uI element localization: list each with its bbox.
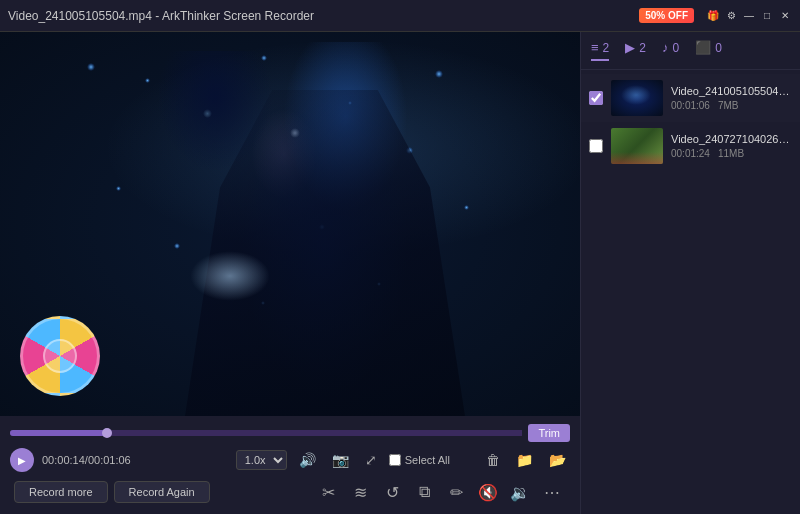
timeline-thumb[interactable] [102, 428, 112, 438]
promo-badge[interactable]: 50% OFF [639, 8, 694, 23]
tab-image-count: 0 [715, 41, 722, 55]
recording-duration-1: 00:01:06 [671, 100, 710, 111]
time-display: 00:00:14/00:01:06 [42, 454, 131, 466]
record-more-button[interactable]: Record more [14, 481, 108, 503]
tool-buttons: ✂ ≋ ↺ ⧉ ✏ 🔇 🔉 ⋯ [314, 478, 566, 506]
select-all-area: Select All [389, 454, 450, 466]
tab-music-icon: ♪ [662, 40, 669, 55]
select-all-label[interactable]: Select All [405, 454, 450, 466]
bottom-bar: Record more Record Again ✂ ≋ ↺ ⧉ ✏ 🔇 🔉 ⋯ [10, 478, 570, 506]
close-button[interactable]: ✕ [778, 9, 792, 23]
save-folder-button[interactable]: 📁 [512, 450, 537, 470]
recording-item-1[interactable]: Video_241005105504.mp4 00:01:06 7MB [581, 74, 800, 122]
tab-music-count: 0 [672, 41, 679, 55]
recording-checkbox-2[interactable] [589, 139, 603, 153]
open-folder-button[interactable]: 📂 [545, 450, 570, 470]
titlebar-controls: 50% OFF 🎁 ⚙ — □ ✕ [639, 8, 792, 23]
equalizer-tool[interactable]: ≋ [346, 478, 374, 506]
tab-play-count: 2 [639, 41, 646, 55]
tab-play-icon: ▶ [625, 40, 635, 55]
recording-info-2: Video_240727104026.mp4 00:01:24 11MB [671, 133, 792, 159]
total-time: 00:01:06 [88, 454, 131, 466]
controls-area: Trim ▶ 00:00:14/00:01:06 1.0x 0.5x 1.5x … [0, 416, 580, 514]
recording-size-1: 7MB [718, 100, 739, 111]
recordings-list: Video_241005105504.mp4 00:01:06 7MB Vide… [581, 70, 800, 514]
app-title: Video_241005105504.mp4 - ArkThinker Scre… [8, 9, 314, 23]
sound-tool[interactable]: 🔉 [506, 478, 534, 506]
record-again-button[interactable]: Record Again [114, 481, 210, 503]
main-area: Trim ▶ 00:00:14/00:01:06 1.0x 0.5x 1.5x … [0, 32, 800, 514]
orb-1 [87, 63, 95, 71]
recording-item-2[interactable]: Video_240727104026.mp4 00:01:24 11MB [581, 122, 800, 170]
tab-video-count: 2 [603, 41, 610, 55]
tab-video[interactable]: ≡ 2 [591, 40, 609, 61]
tabs-header: ≡ 2 ▶ 2 ♪ 0 ⬛ 0 [581, 32, 800, 70]
current-time: 00:00:14 [42, 454, 85, 466]
right-panel: ≡ 2 ▶ 2 ♪ 0 ⬛ 0 Video_24100 [580, 32, 800, 514]
more-tool[interactable]: ⋯ [538, 478, 566, 506]
tab-video-icon: ≡ [591, 40, 599, 55]
timeline-bar: Trim [10, 424, 570, 442]
minimize-button[interactable]: — [742, 9, 756, 23]
hand-glow [190, 251, 270, 301]
recording-thumb-2 [611, 128, 663, 164]
maximize-button[interactable]: □ [760, 9, 774, 23]
scissors-tool[interactable]: ✂ [314, 478, 342, 506]
bottom-left: Record more Record Again [14, 481, 210, 503]
recording-meta-2: 00:01:24 11MB [671, 148, 792, 159]
recording-name-2: Video_240727104026.mp4 [671, 133, 792, 145]
tab-play[interactable]: ▶ 2 [625, 40, 646, 61]
tab-image[interactable]: ⬛ 0 [695, 40, 722, 61]
gift-button[interactable]: 🎁 [706, 9, 720, 23]
volume-button[interactable]: 🔊 [295, 450, 320, 470]
edit-tool[interactable]: ✏ [442, 478, 470, 506]
camera-button[interactable]: 📷 [328, 450, 353, 470]
mute-tool[interactable]: 🔇 [474, 478, 502, 506]
timeline-track[interactable] [10, 430, 522, 436]
select-all-checkbox[interactable] [389, 454, 401, 466]
hair-silhouette [155, 51, 275, 281]
delete-button[interactable]: 🗑 [482, 450, 504, 470]
speed-select[interactable]: 1.0x 0.5x 1.5x 2.0x [236, 450, 287, 470]
video-panel: Trim ▶ 00:00:14/00:01:06 1.0x 0.5x 1.5x … [0, 32, 580, 514]
overlay-toy-icon [20, 316, 100, 396]
play-button[interactable]: ▶ [10, 448, 34, 472]
recording-info-1: Video_241005105504.mp4 00:01:06 7MB [671, 85, 792, 111]
recording-name-1: Video_241005105504.mp4 [671, 85, 792, 97]
copy-tool[interactable]: ⧉ [410, 478, 438, 506]
recording-duration-2: 00:01:24 [671, 148, 710, 159]
timeline-played [10, 430, 107, 436]
video-container[interactable] [0, 32, 580, 416]
recording-checkbox-1[interactable] [589, 91, 603, 105]
tab-music[interactable]: ♪ 0 [662, 40, 679, 61]
expand-button[interactable]: ⤢ [361, 450, 381, 470]
rotate-tool[interactable]: ↺ [378, 478, 406, 506]
settings-button[interactable]: ⚙ [724, 9, 738, 23]
recording-thumb-1 [611, 80, 663, 116]
playback-controls: ▶ 00:00:14/00:01:06 1.0x 0.5x 1.5x 2.0x … [10, 448, 570, 472]
titlebar: Video_241005105504.mp4 - ArkThinker Scre… [0, 0, 800, 32]
titlebar-title-area: Video_241005105504.mp4 - ArkThinker Scre… [8, 9, 314, 23]
recording-size-2: 11MB [718, 148, 744, 159]
tab-image-icon: ⬛ [695, 40, 711, 55]
recording-meta-1: 00:01:06 7MB [671, 100, 792, 111]
trim-button[interactable]: Trim [528, 424, 570, 442]
